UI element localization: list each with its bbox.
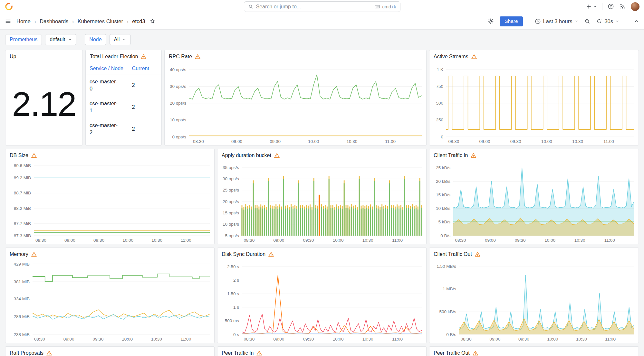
search-box[interactable]: cmd+k: [244, 1, 400, 12]
node-variable-label[interactable]: Node: [85, 34, 106, 45]
svg-text:10:00: 10:00: [308, 139, 319, 144]
svg-text:11:00: 11:00: [392, 238, 403, 243]
cell-current: 2: [128, 118, 161, 140]
share-button[interactable]: Share: [500, 16, 523, 26]
panel-header[interactable]: Peer Traffic Out: [429, 347, 639, 356]
cell-service: cse-master- 1: [86, 96, 128, 118]
svg-text:10:30: 10:30: [151, 238, 162, 243]
svg-text:500 ms: 500 ms: [225, 318, 239, 323]
grafana-logo[interactable]: [5, 2, 13, 11]
panel-header[interactable]: Up: [5, 50, 82, 63]
client-traffic-out-chart[interactable]: 0 B/s500 kB/s1 MB/s1.50 MB/s08:3009:0009…: [429, 261, 639, 343]
svg-text:10:00: 10:00: [333, 337, 344, 342]
db-size-chart[interactable]: 89.6 MiB89.2 MiB88.7 MiB88.2 MiB87.7 MiB…: [5, 162, 214, 244]
memory-chart[interactable]: 429 MiB381 MiB334 MiB286 MiB238 MiB08:30…: [5, 261, 214, 343]
gear-icon: [487, 18, 494, 24]
warning-icon[interactable]: [195, 54, 200, 59]
disk-sync-duration-chart[interactable]: 0 s500 ms1 s1.50 s2 s2.50 s08:3009:0009:…: [217, 261, 426, 343]
warning-icon[interactable]: [471, 153, 476, 158]
warning-icon[interactable]: [471, 54, 477, 59]
svg-text:08:30: 08:30: [244, 337, 255, 342]
panel-header[interactable]: Client Traffic Out: [429, 248, 639, 261]
svg-text:30 ops/s: 30 ops/s: [223, 176, 239, 181]
zoom-out-button[interactable]: [584, 18, 591, 24]
svg-text:10:30: 10:30: [576, 337, 587, 342]
panel-header[interactable]: Memory: [5, 248, 214, 261]
svg-text:11:00: 11:00: [605, 337, 616, 342]
search-input[interactable]: [256, 4, 372, 10]
apply-duration-chart[interactable]: 5 ops/s10 ops/s15 ops/s20 ops/s25 ops/s3…: [217, 162, 426, 244]
up-stat[interactable]: 2.12: [5, 63, 82, 145]
svg-text:10:00: 10:00: [541, 139, 552, 144]
panel-header[interactable]: Apply duration bucket: [217, 149, 426, 162]
svg-text:09:00: 09:00: [273, 337, 284, 342]
svg-text:09:30: 09:30: [518, 337, 529, 342]
news-button[interactable]: [619, 3, 626, 10]
panel-header[interactable]: Disk Sync Duration: [217, 248, 426, 261]
svg-text:10:30: 10:30: [347, 139, 358, 144]
keyboard-icon: [374, 4, 380, 10]
warning-icon[interactable]: [268, 252, 274, 257]
svg-text:1 K: 1 K: [437, 67, 443, 72]
divider: [602, 3, 602, 10]
datasource-label-button[interactable]: Prometheus: [5, 34, 42, 45]
hamburger-icon: [5, 18, 11, 24]
refresh-picker[interactable]: 30s: [596, 18, 620, 24]
breadcrumb-dashboards[interactable]: Dashboards: [40, 18, 68, 24]
panel-header[interactable]: Client Traffic In: [429, 149, 639, 162]
panel-header[interactable]: Peer Traffic In: [217, 347, 426, 356]
svg-text:500 kB/s: 500 kB/s: [439, 309, 456, 314]
panel-client-traffic-in: Client Traffic In 0 B/s5 kB/s10 kB/s15 k…: [429, 149, 639, 244]
client-traffic-in-chart[interactable]: 0 B/s5 kB/s10 kB/s15 kB/s20 kB/s25 kB/s0…: [429, 162, 639, 244]
panel-header[interactable]: RPC Rate: [165, 50, 426, 63]
svg-text:286 MiB: 286 MiB: [14, 314, 30, 319]
panel-header[interactable]: Total Leader Election: [86, 50, 161, 63]
warning-icon[interactable]: [475, 252, 480, 257]
chevron-down-icon: [593, 5, 597, 9]
dashboard-settings-button[interactable]: [487, 18, 494, 24]
panel-rpc-rate: RPC Rate 0 ops/s10 ops/s20 ops/s30 ops/s…: [164, 50, 427, 145]
time-range-picker[interactable]: Last 3 hours: [535, 18, 579, 24]
svg-text:10:00: 10:00: [544, 238, 555, 243]
node-variable-select[interactable]: All: [110, 34, 131, 45]
table-header-service-node[interactable]: Service / Node: [86, 63, 128, 74]
svg-text:0 B/s: 0 B/s: [446, 332, 456, 337]
collapse-toolbar-button[interactable]: [634, 19, 639, 24]
plus-icon: [586, 4, 592, 10]
breadcrumb-home[interactable]: Home: [16, 18, 31, 24]
warning-icon[interactable]: [256, 351, 262, 356]
panel-header[interactable]: Active Streams: [429, 50, 639, 63]
add-button[interactable]: [586, 4, 597, 10]
panel-title: Memory: [10, 251, 28, 257]
warning-icon[interactable]: [46, 351, 52, 356]
warning-icon[interactable]: [141, 54, 146, 59]
warning-icon[interactable]: [31, 153, 37, 158]
svg-text:0 s: 0 s: [233, 332, 239, 337]
panel-title: Peer Traffic In: [222, 350, 254, 356]
help-button[interactable]: [608, 3, 614, 10]
favorite-star-icon[interactable]: [149, 18, 155, 24]
menu-button[interactable]: [5, 18, 11, 24]
panel-up: Up 2.12: [5, 50, 83, 145]
panel-title: Disk Sync Duration: [222, 251, 265, 257]
panel-header[interactable]: Raft Proposals: [5, 347, 214, 356]
warning-icon[interactable]: [31, 252, 37, 257]
user-avatar[interactable]: [631, 2, 639, 11]
panel-raft-proposals: Raft Proposals: [5, 346, 215, 356]
warning-icon[interactable]: [274, 153, 280, 158]
clock-icon: [535, 18, 541, 24]
warning-icon[interactable]: [473, 351, 478, 356]
datasource-select[interactable]: default: [45, 34, 76, 45]
svg-text:1.50 MB/s: 1.50 MB/s: [437, 264, 456, 269]
active-streams-chart[interactable]: 02505007501 K08:3009:0009:3010:0010:3011…: [429, 63, 639, 145]
panel-header[interactable]: DB Size: [5, 149, 214, 162]
rpc-rate-chart[interactable]: 0 ops/s10 ops/s20 ops/s30 ops/s40 ops/s0…: [165, 63, 426, 145]
panel-title: Apply duration bucket: [222, 153, 271, 158]
breadcrumb-folder[interactable]: Kubernetes Cluster: [78, 18, 123, 24]
help-icon: [608, 3, 614, 10]
svg-text:08:30: 08:30: [244, 238, 255, 243]
panel-total-leader-election: Total Leader Election Service / Node Cur…: [85, 50, 162, 145]
table-header-current[interactable]: Current: [128, 63, 161, 74]
panel-title: Client Traffic Out: [434, 251, 472, 257]
table-row: cse-master- 0 2: [86, 74, 161, 96]
